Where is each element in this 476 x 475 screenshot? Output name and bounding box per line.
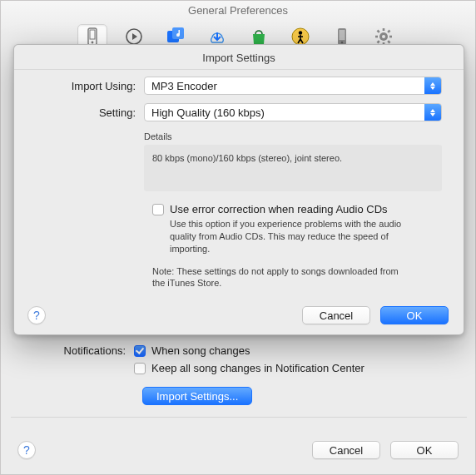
svg-point-22 (382, 35, 385, 38)
when-song-changes-label: When song changes (151, 344, 250, 357)
import-using-value: MP3 Encoder (145, 80, 424, 92)
window-title: General Preferences (1, 1, 475, 19)
sheet-help-button[interactable]: ? (27, 306, 46, 324)
when-song-changes-checkbox[interactable] (134, 345, 146, 357)
setting-select[interactable]: High Quality (160 kbps) (144, 103, 442, 121)
preferences-window: General Preferences Notifications: (0, 0, 476, 475)
svg-marker-4 (132, 33, 137, 40)
window-cancel-button[interactable]: Cancel (312, 441, 380, 459)
keep-all-changes-label: Keep all song changes in Notification Ce… (151, 362, 364, 374)
import-settings-button[interactable]: Import Settings... (142, 387, 252, 405)
svg-point-12 (341, 42, 344, 44)
svg-rect-11 (340, 30, 345, 40)
divider (11, 417, 467, 418)
svg-line-18 (378, 31, 379, 32)
help-button[interactable]: ? (17, 441, 36, 459)
notifications-label: Notifications: (1, 344, 134, 357)
svg-point-9 (299, 31, 302, 34)
error-correction-hint: Use this option if you experience proble… (170, 218, 419, 255)
setting-label: Setting: (36, 106, 144, 119)
svg-line-20 (378, 41, 379, 42)
details-box: 80 kbps (mono)/160 kbps (stereo), joint … (144, 145, 442, 191)
window-ok-button[interactable]: OK (390, 441, 459, 459)
chevron-updown-icon (424, 77, 441, 94)
window-button-bar: Cancel OK (312, 441, 459, 459)
svg-line-19 (388, 41, 389, 42)
background-content: Notifications: When song changes Keep al… (1, 342, 476, 418)
sheet-title: Import Settings (14, 45, 464, 70)
sheet-cancel-button[interactable]: Cancel (302, 306, 370, 324)
svg-rect-1 (90, 30, 95, 39)
import-settings-sheet: Import Settings Import Using: MP3 Encode… (13, 44, 464, 335)
setting-value: High Quality (160 kbps) (145, 106, 424, 119)
error-correction-label: Use error correction when reading Audio … (170, 203, 388, 215)
sheet-button-bar: Cancel OK (302, 306, 449, 324)
svg-rect-6 (172, 27, 184, 39)
sheet-ok-button[interactable]: OK (380, 306, 449, 324)
import-using-label: Import Using: (36, 80, 144, 92)
keep-all-changes-checkbox[interactable] (134, 363, 146, 374)
details-heading: Details (144, 131, 442, 141)
chevron-updown-icon (424, 104, 441, 121)
store-note: Note: These settings do not apply to son… (152, 265, 402, 290)
svg-point-2 (92, 42, 94, 44)
svg-line-21 (388, 31, 389, 32)
error-correction-checkbox[interactable] (152, 204, 164, 215)
import-using-select[interactable]: MP3 Encoder (144, 77, 442, 95)
